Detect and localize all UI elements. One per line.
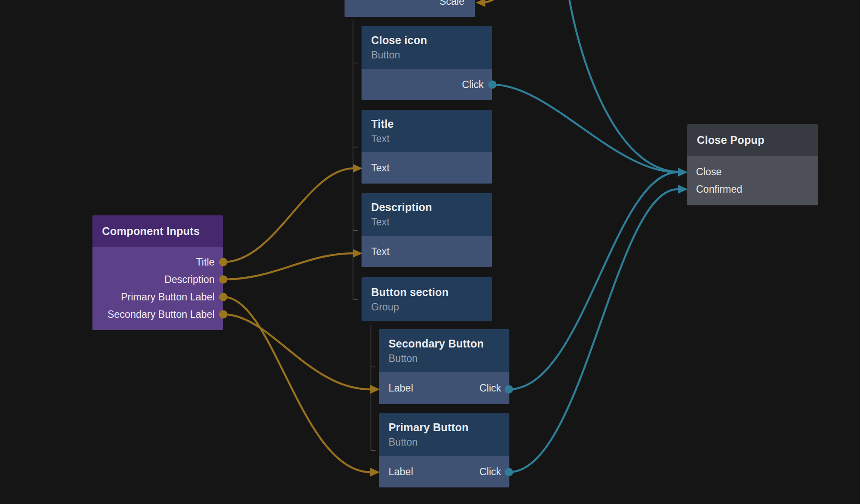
- output-row-title: Title: [92, 253, 215, 271]
- node-header: Component Inputs: [92, 215, 223, 247]
- node-close-popup[interactable]: Close Popup Close Confirmed: [687, 124, 818, 205]
- node-scale-partial[interactable]: Scale: [345, 0, 475, 17]
- node-title-text: Secondary Button: [389, 337, 500, 350]
- node-title-text: Primary Button: [389, 421, 500, 434]
- node-body: Close Confirmed: [687, 156, 818, 205]
- port-label-click: Click: [479, 466, 501, 478]
- node-close-icon[interactable]: Close icon Button Click: [362, 26, 492, 100]
- port-label-scale: Scale: [439, 0, 464, 7]
- node-component-inputs[interactable]: Component Inputs Title Description Prima…: [92, 215, 223, 330]
- input-arrow-confirmed[interactable]: [678, 185, 688, 194]
- node-subtype: Button: [389, 353, 500, 364]
- node-description[interactable]: Description Text Text: [362, 193, 492, 267]
- node-title[interactable]: Title Text Text: [362, 110, 492, 184]
- wire-secondary-click-to-close[interactable]: [509, 172, 677, 389]
- wire-offscreen-to-close[interactable]: [567, 0, 677, 172]
- input-arrow-title-text[interactable]: [353, 164, 362, 173]
- wire-secondary-label[interactable]: [223, 314, 371, 389]
- output-row-secondary-button-label: Secondary Button Label: [92, 306, 215, 323]
- node-body: Title Description Primary Button Label S…: [92, 247, 223, 330]
- port-label-text: Text: [371, 162, 389, 174]
- node-title-text: Button section: [371, 286, 482, 299]
- node-button-section[interactable]: Button section Group: [362, 277, 492, 321]
- node-header: Close Popup: [687, 124, 818, 156]
- output-row-description: Description: [92, 271, 215, 288]
- node-subtype: Group: [371, 301, 482, 313]
- node-header: Close icon Button: [362, 26, 492, 69]
- port-label-text: Text: [371, 246, 389, 258]
- node-header: Button section Group: [362, 277, 492, 321]
- node-header: Description Text: [362, 193, 492, 236]
- node-title-text: Component Inputs: [102, 225, 214, 238]
- node-title-text: Title: [371, 118, 482, 130]
- node-canvas[interactable]: Scale Close icon Button Click Title Text…: [0, 0, 860, 504]
- node-title-text: Description: [371, 201, 482, 214]
- wire-close-icon-click-to-close[interactable]: [492, 85, 677, 172]
- input-row-close: Close: [696, 163, 818, 180]
- input-arrow-primary-label[interactable]: [370, 468, 380, 477]
- node-row: Text: [362, 236, 492, 267]
- node-header: Title Text: [362, 110, 492, 152]
- node-subtype: Button: [389, 436, 500, 448]
- wire-scale-offscreen[interactable]: [484, 0, 507, 3]
- port-label-label: Label: [389, 382, 413, 394]
- input-row-confirmed: Confirmed: [696, 180, 818, 198]
- node-row: Label Click: [379, 456, 509, 487]
- node-header: Primary Button Button: [379, 413, 509, 456]
- wire-primary-click-to-confirmed[interactable]: [509, 189, 677, 472]
- wire-description-to-text[interactable]: [223, 253, 354, 279]
- node-row: Scale: [345, 0, 475, 17]
- wire-primary-label[interactable]: [223, 297, 371, 472]
- node-row: Label Click: [379, 372, 509, 404]
- port-label-label: Label: [389, 466, 413, 478]
- node-title-text: Close Popup: [697, 134, 808, 146]
- node-row: Text: [362, 152, 492, 184]
- node-title: Close icon: [371, 34, 482, 47]
- node-subtype: Button: [371, 49, 482, 61]
- input-arrow-secondary-label[interactable]: [370, 385, 380, 394]
- node-row: Click: [362, 69, 492, 100]
- node-subtype: Text: [371, 216, 482, 228]
- port-label-click: Click: [479, 382, 501, 394]
- input-arrow-description-text[interactable]: [353, 249, 362, 258]
- port-label-click: Click: [462, 79, 484, 91]
- input-arrow-close[interactable]: [678, 168, 688, 177]
- output-row-primary-button-label: Primary Button Label: [92, 288, 215, 306]
- node-primary-button[interactable]: Primary Button Button Label Click: [379, 413, 509, 487]
- node-secondary-button[interactable]: Secondary Button Button Label Click: [379, 329, 509, 404]
- node-subtype: Text: [371, 133, 482, 145]
- wire-title-to-text[interactable]: [223, 168, 354, 262]
- node-header: Secondary Button Button: [379, 329, 509, 372]
- input-arrow-scale[interactable]: [476, 0, 485, 7]
